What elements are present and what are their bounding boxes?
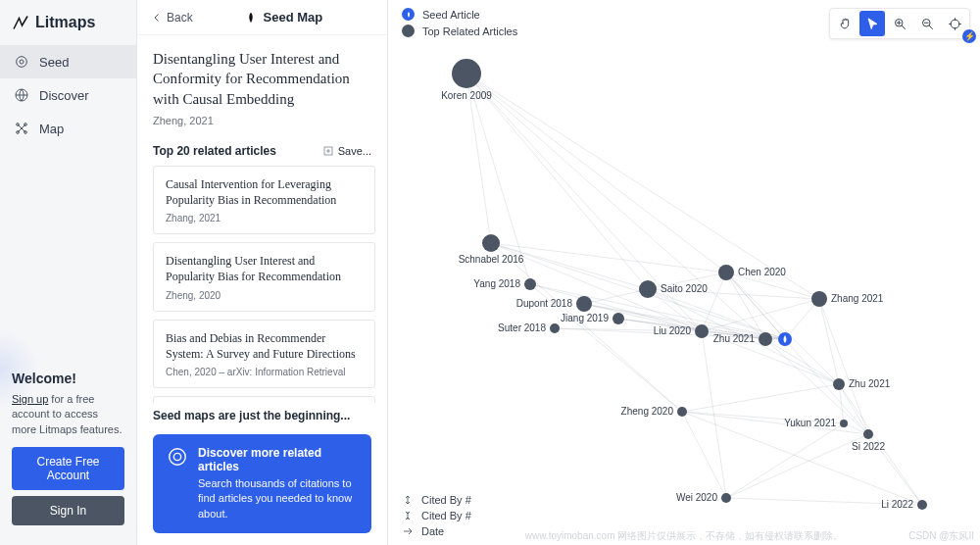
graph-node-liu[interactable]: Liu 2020 xyxy=(654,324,709,338)
legend-top: Seed Article Top Related Articles xyxy=(402,8,517,37)
card-title: Causal Intervention for Leveraging Popul… xyxy=(166,176,363,208)
svg-text:Zhu 2021: Zhu 2021 xyxy=(713,333,756,344)
legend-seed-label: Seed Article xyxy=(422,9,480,21)
nav-item-seed[interactable]: Seed xyxy=(0,45,136,78)
svg-point-8 xyxy=(170,449,186,466)
svg-point-1 xyxy=(20,60,24,64)
svg-point-98 xyxy=(833,378,845,390)
section-title: Top 20 related articles xyxy=(153,144,276,158)
svg-line-42 xyxy=(702,272,726,331)
svg-point-88 xyxy=(677,407,687,417)
svg-point-100 xyxy=(840,420,848,427)
svg-point-78 xyxy=(576,296,592,312)
svg-line-48 xyxy=(682,384,839,412)
detail-topbar: Back Seed Map xyxy=(137,0,387,35)
discover-box[interactable]: Discover more related articles Search th… xyxy=(153,434,371,533)
svg-text:Chen 2020: Chen 2020 xyxy=(738,267,786,277)
related-article-card[interactable]: A General Knowledge Distillation Framewo… xyxy=(153,396,375,403)
svg-point-12 xyxy=(951,20,959,28)
sidebar: Litmaps SeedDiscoverMap Welcome! Sign up… xyxy=(0,0,137,545)
svg-point-94 xyxy=(811,291,827,307)
seed-maps-beginning: Seed maps are just the beginning... xyxy=(137,403,387,428)
back-arrow-icon xyxy=(151,12,163,24)
graph-node-dupont[interactable]: Dupont 2018 xyxy=(516,296,592,312)
svg-text:Schnabel 2016: Schnabel 2016 xyxy=(459,254,524,265)
graph-node-yang[interactable]: Yang 2018 xyxy=(473,278,536,290)
watermark-right: CSDN @东风II xyxy=(908,529,974,543)
svg-text:Zheng 2020: Zheng 2020 xyxy=(621,406,674,417)
discover-desc: Search thousands of citations to find ar… xyxy=(198,476,358,521)
legend-bottom: Cited By # Cited By # Date xyxy=(402,494,471,537)
logo-text: Litmaps xyxy=(35,14,95,31)
select-tool[interactable] xyxy=(859,11,885,36)
create-account-button[interactable]: Create Free Account xyxy=(12,447,124,490)
related-article-card[interactable]: Bias and Debias in Recommender System: A… xyxy=(153,320,375,388)
svg-text:Si 2022: Si 2022 xyxy=(852,441,885,452)
map-icon xyxy=(14,121,29,136)
card-meta: Chen, 2020 – arXiv: Information Retrieva… xyxy=(166,367,363,377)
signin-button[interactable]: Sign In xyxy=(12,496,124,525)
zoom-out-tool[interactable] xyxy=(914,11,940,36)
graph-node-jiang[interactable]: Jiang 2019 xyxy=(561,313,624,324)
svg-point-0 xyxy=(17,57,27,68)
svg-line-62 xyxy=(819,299,868,434)
article-header: Disentangling User Interest and Conformi… xyxy=(137,35,387,136)
pan-tool[interactable] xyxy=(832,11,858,36)
graph-toolbar xyxy=(829,8,970,39)
logo[interactable]: Litmaps xyxy=(0,0,136,45)
graph-node-schnabel[interactable]: Schnabel 2016 xyxy=(459,234,524,265)
notification-badge[interactable]: ⚡ xyxy=(962,29,976,43)
svg-line-59 xyxy=(726,434,868,498)
card-title: Disentangling User Interest and Populari… xyxy=(166,253,363,284)
related-article-card[interactable]: Disentangling User Interest and Populari… xyxy=(153,242,375,311)
nav-list: SeedDiscoverMap xyxy=(0,45,136,145)
legend-related-label: Top Related Articles xyxy=(422,25,517,37)
nav-item-discover[interactable]: Discover xyxy=(0,78,136,112)
svg-line-52 xyxy=(682,412,726,498)
svg-text:Zhang 2021: Zhang 2021 xyxy=(831,293,884,304)
citation-graph[interactable]: Koren 2009Schnabel 2016Yang 2018Dupont 2… xyxy=(388,0,980,545)
svg-text:Liu 2020: Liu 2020 xyxy=(654,325,692,336)
svg-point-82 xyxy=(612,313,624,324)
seed-icon xyxy=(244,11,258,25)
graph-node-chen[interactable]: Chen 2020 xyxy=(718,265,786,280)
related-article-card[interactable]: Causal Intervention for Leveraging Popul… xyxy=(153,166,375,234)
save-button[interactable]: Save... xyxy=(322,145,371,157)
svg-point-104 xyxy=(917,500,927,510)
crosshair-icon xyxy=(948,17,962,31)
svg-point-96 xyxy=(759,332,772,346)
svg-line-61 xyxy=(819,299,839,384)
svg-text:Koren 2009: Koren 2009 xyxy=(441,90,492,101)
graph-node-wei[interactable]: Wei 2020 xyxy=(676,492,731,503)
svg-line-15 xyxy=(466,74,726,272)
svg-text:Dupont 2018: Dupont 2018 xyxy=(516,298,573,309)
svg-point-84 xyxy=(639,280,657,298)
svg-line-18 xyxy=(466,74,765,339)
graph-node-zhang[interactable]: Zhang 2021 xyxy=(811,291,884,307)
article-title: Disentangling User Interest and Conformi… xyxy=(153,49,371,109)
svg-line-28 xyxy=(584,289,648,304)
svg-text:Jiang 2019: Jiang 2019 xyxy=(561,313,609,323)
svg-point-90 xyxy=(695,324,709,338)
back-button[interactable]: Back xyxy=(151,11,193,25)
zoom-in-tool[interactable] xyxy=(887,11,912,36)
svg-line-60 xyxy=(726,423,844,498)
cursor-icon xyxy=(865,17,880,31)
graph-node-zhu21b[interactable]: Zhu 2021 xyxy=(833,378,891,390)
svg-text:Wei 2020: Wei 2020 xyxy=(676,492,718,503)
save-icon xyxy=(322,145,334,157)
related-dot-icon xyxy=(402,25,415,37)
graph-node-koren[interactable]: Koren 2009 xyxy=(441,59,492,101)
graph-node-seed[interactable] xyxy=(778,332,792,346)
graph-area[interactable]: Seed Article Top Related Articles ⚡ Kore… xyxy=(388,0,980,545)
svg-point-80 xyxy=(550,323,560,333)
graph-node-li[interactable]: Li 2022 xyxy=(881,499,927,510)
discover-icon xyxy=(14,87,29,103)
svg-line-46 xyxy=(726,272,839,384)
nav-item-map[interactable]: Map xyxy=(0,112,136,145)
graph-node-saito[interactable]: Saito 2020 xyxy=(639,280,708,298)
svg-point-102 xyxy=(863,429,873,439)
related-article-list[interactable]: Causal Intervention for Leveraging Popul… xyxy=(137,166,387,403)
graph-node-suter[interactable]: Suter 2018 xyxy=(498,322,560,333)
graph-node-zhu21a[interactable]: Zhu 2021 xyxy=(713,332,772,346)
